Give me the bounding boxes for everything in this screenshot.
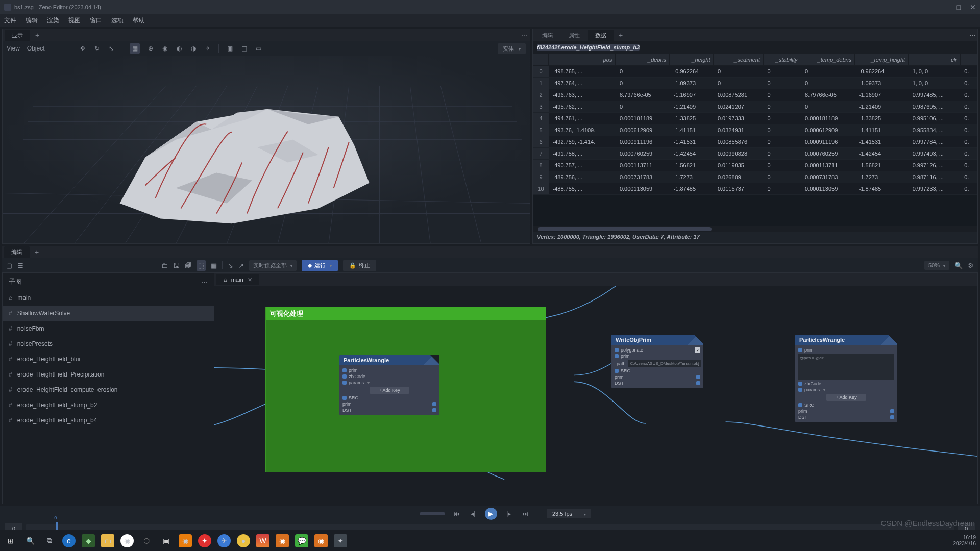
subgraph-item[interactable]: #erode_HeightField_Precipitation [3, 367, 214, 382]
fps-dropdown[interactable]: 23.5 fps [547, 509, 591, 518]
viewport-tab-display[interactable]: 显示 [5, 30, 30, 41]
code-input[interactable]: @pos = @clr [798, 354, 894, 380]
menu-help[interactable]: 帮助 [133, 16, 145, 25]
object-mode-btn[interactable]: Object [27, 45, 45, 52]
menu-window[interactable]: 窗口 [90, 16, 102, 25]
chrome-icon[interactable]: ◉ [120, 534, 134, 547]
shade-flat-icon[interactable]: ◑ [190, 45, 197, 52]
table-row[interactable]: 2-496.763, ...8.79766e-05-1.169070.00875… [533, 89, 977, 101]
system-tray[interactable]: 16:19 2023/4/16 [953, 535, 976, 547]
data-tab-data[interactable]: 数据 [588, 30, 614, 41]
view-mode-btn[interactable]: View [7, 45, 20, 52]
table-row[interactable]: 4-494.761, ...0.000181189-1.338250.01973… [533, 113, 977, 124]
subgraph-item[interactable]: #erode_HeightField_blur [3, 352, 214, 367]
windows-start-icon[interactable]: ⊞ [4, 534, 17, 547]
houdini-icon-1[interactable]: ◉ [276, 534, 289, 547]
zoom-dropdown[interactable]: 50% [924, 261, 949, 270]
app-icon-2[interactable]: ⬡ [140, 534, 153, 547]
col-header[interactable]: _temp_debris [801, 54, 855, 66]
col-header[interactable] [533, 54, 549, 66]
col-header[interactable] [960, 54, 977, 66]
list-icon[interactable]: ☰ [17, 262, 23, 269]
goto-start-icon[interactable]: ⏮ [452, 509, 461, 518]
range-slider[interactable] [420, 512, 445, 515]
shade-wire-icon[interactable]: ⊕ [147, 45, 154, 52]
add-data-tab[interactable]: + [615, 30, 627, 41]
settings-icon[interactable]: ⚙ [968, 262, 974, 269]
minimize-button[interactable]: — [940, 3, 947, 11]
col-header[interactable]: pos [549, 54, 616, 66]
preview-dropdown[interactable]: 实时预览全部 [249, 260, 297, 271]
houdini-icon-2[interactable]: ◉ [314, 534, 328, 547]
app-icon-4[interactable]: ✈ [217, 534, 231, 547]
epic-icon[interactable]: ▣ [159, 534, 173, 547]
close-button[interactable]: ✕ [970, 3, 976, 11]
shade-smooth-icon[interactable]: ◐ [176, 45, 183, 52]
app-icon-5[interactable]: ● [237, 534, 250, 547]
add-key-button[interactable]: + Add Key [370, 387, 409, 394]
zeno-icon[interactable]: W [256, 534, 270, 547]
data-tab-edit[interactable]: 编辑 [535, 30, 560, 41]
goto-end-icon[interactable]: ⏭ [521, 509, 530, 518]
menu-edit[interactable]: 编辑 [26, 16, 38, 25]
graph-tab-main[interactable]: ⌂ main ✕ [216, 274, 259, 285]
scale-icon[interactable]: ⤡ [108, 45, 115, 52]
edge-icon[interactable]: e [62, 534, 76, 547]
node-particleswrangle-2[interactable]: ParticlesWrangle prim @pos = @clr zfxCod… [795, 335, 897, 422]
col-header[interactable]: _debris [616, 54, 670, 66]
subgraph-item[interactable]: #noisePresets [3, 336, 214, 352]
layout-icon[interactable]: ▢ [6, 262, 12, 269]
maximize-button[interactable]: □ [957, 3, 961, 11]
taskview-icon[interactable]: ⧉ [43, 534, 56, 547]
grid-icon[interactable]: ▦ [211, 262, 217, 269]
data-tab-attr[interactable]: 属性 [561, 30, 587, 41]
explorer-icon[interactable]: 🗀 [101, 534, 114, 547]
subgraph-item[interactable]: #erode_HeightField_compute_erosion [3, 382, 214, 397]
shade-normal-icon[interactable]: ✧ [204, 45, 211, 52]
data-table-wrap[interactable]: pos_debris_height_sediment_stability_tem… [533, 54, 977, 226]
3d-viewport[interactable] [3, 56, 530, 243]
play-button[interactable]: ▶ [485, 508, 497, 520]
menu-render[interactable]: 渲染 [47, 16, 59, 25]
subgraph-menu[interactable]: ⋯ [201, 278, 208, 286]
table-row[interactable]: 8-490.757, ...0.000113711-1.568210.01190… [533, 160, 977, 171]
subgraph-item[interactable]: ⌂main [3, 290, 214, 306]
folder-icon[interactable]: 🗀 [161, 262, 168, 269]
editor-tab[interactable]: 编辑 [4, 246, 30, 258]
nav-icon[interactable]: ⬚ [197, 260, 206, 271]
add-editor-tab[interactable]: + [31, 246, 43, 258]
app-icon-1[interactable]: ◆ [82, 534, 95, 547]
table-row[interactable]: 5-493.76, -1.4109.0.000612909-1.411510.0… [533, 124, 977, 136]
saveall-icon[interactable]: 🗐 [185, 262, 191, 269]
table-row[interactable]: 9-489.756, ...0.000731783-1.72730.026889… [533, 171, 977, 183]
table-row[interactable]: 6-492.759, -1.414.0.000911196-1.415310.0… [533, 136, 977, 148]
stop-button[interactable]: 🔒 终止 [343, 260, 376, 271]
col-header[interactable]: clr [909, 54, 961, 66]
path-input[interactable]: C:/Users/ASUS_D/desktop/Terrain.obj [628, 360, 702, 367]
shade-points-icon[interactable]: ◉ [161, 45, 168, 52]
app-icon-6[interactable]: ✦ [334, 534, 347, 547]
record-icon[interactable]: ▭ [255, 45, 262, 52]
subgraph-item[interactable]: #erode_HeightField_slump_b2 [3, 397, 214, 413]
node-canvas[interactable]: 可视化处理 ParticlesWrangle prim zfxCode para… [214, 286, 977, 504]
subgraph-item[interactable]: #ShallowWaterSolve [3, 306, 214, 321]
menu-options[interactable]: 选项 [111, 16, 124, 25]
menu-file[interactable]: 文件 [4, 16, 16, 25]
col-header[interactable]: _sediment [714, 54, 764, 66]
col-header[interactable]: _height [670, 54, 714, 66]
run-button[interactable]: ◆ 运行 [302, 260, 338, 271]
stepinto-icon[interactable]: ↘ [228, 262, 233, 269]
col-header[interactable]: _temp_height [855, 54, 909, 66]
table-row[interactable]: 10-488.755, ...0.000113059-1.874850.0115… [533, 183, 977, 195]
search-icon[interactable]: 🔍 [954, 262, 963, 269]
subgraph-item[interactable]: #erode_HeightField_slump_b4 [3, 413, 214, 428]
table-row[interactable]: 0-498.765, ...0-0.962264000-0.9622641, 0… [533, 66, 977, 78]
stepout-icon[interactable]: ↗ [238, 262, 244, 269]
menu-view[interactable]: 视图 [68, 16, 81, 25]
node-writeobjprim[interactable]: WriteObjPrim polygonate✓ prim pathC:/Use… [611, 335, 703, 388]
shade-solid-icon[interactable]: ▦ [130, 43, 140, 54]
col-header[interactable]: _stability [764, 54, 801, 66]
subgraph-item[interactable]: #noiseFbm [3, 321, 214, 336]
table-row[interactable]: 3-495.762, ...0-1.214090.024120700-1.214… [533, 101, 977, 113]
next-frame-icon[interactable]: |▸ [504, 509, 513, 518]
